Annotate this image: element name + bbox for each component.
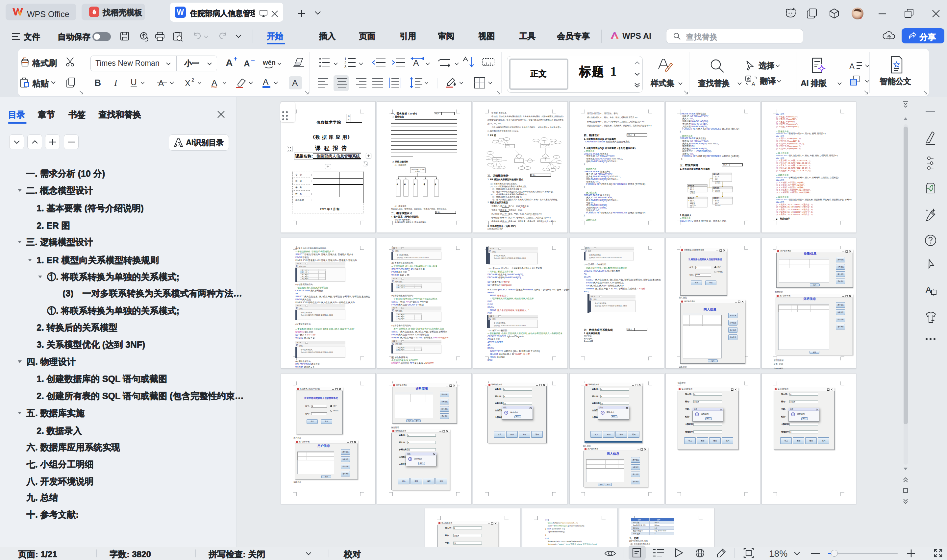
svg-text:病房名称: 病房名称 bbox=[690, 201, 695, 203]
svg-text:管理员 ID: 管理员 ID bbox=[715, 205, 721, 206]
svg-text:理系统: 理系统 bbox=[415, 170, 420, 172]
svg-text:A: A bbox=[413, 58, 419, 68]
svg-text:⚷: ⚷ bbox=[688, 187, 689, 189]
svg-text:诊断 ID: 诊断 ID bbox=[690, 206, 694, 208]
svg-text:密码: 密码 bbox=[715, 203, 718, 205]
svg-text:病房信息: 病房信息 bbox=[713, 187, 720, 189]
svg-text:1: 1 bbox=[344, 57, 346, 61]
svg-text:普通用户: 普通用户 bbox=[713, 197, 720, 199]
svg-text:诊断 ID: 诊断 ID bbox=[690, 187, 694, 189]
svg-text:管理员 ID: 管理员 ID bbox=[715, 182, 721, 184]
svg-text:用户名: 用户名 bbox=[715, 201, 719, 203]
svg-text:3: 3 bbox=[344, 65, 346, 68]
svg-text:病房责任护: 病房责任护 bbox=[690, 205, 696, 206]
svg-text:用户 ID: 用户 ID bbox=[715, 200, 719, 201]
svg-text:A: A bbox=[849, 62, 855, 71]
svg-text:病人 ID: 病人 ID bbox=[690, 189, 694, 191]
svg-text:病人 ID: 病人 ID bbox=[715, 175, 719, 177]
svg-text:⚷: ⚷ bbox=[713, 189, 714, 191]
svg-text:入院时间: 入院时间 bbox=[715, 180, 720, 182]
svg-text:普通用户信息: 普通用户信息 bbox=[423, 183, 425, 185]
svg-text:⚷: ⚷ bbox=[688, 200, 689, 201]
svg-text:诊断信息: 诊断信息 bbox=[404, 183, 406, 185]
svg-text:主治医生: 主治医生 bbox=[690, 192, 695, 194]
svg-text:病房数量: 病房数量 bbox=[690, 203, 695, 205]
svg-text:⚷: ⚷ bbox=[713, 200, 714, 201]
svg-text:⚷: ⚷ bbox=[713, 175, 714, 177]
svg-text:诊断结果: 诊断结果 bbox=[690, 191, 695, 192]
svg-text:A: A bbox=[925, 285, 932, 295]
svg-text:病房 ID: 病房 ID bbox=[690, 200, 694, 201]
svg-text:A: A bbox=[263, 77, 269, 87]
svg-text:A: A bbox=[751, 81, 755, 86]
svg-text:wén: wén bbox=[262, 59, 276, 66]
svg-text:病房信息: 病房信息 bbox=[413, 183, 416, 185]
svg-text:病房信息: 病房信息 bbox=[688, 197, 694, 199]
svg-text:2: 2 bbox=[344, 61, 346, 65]
svg-text:病人信息: 病人信息 bbox=[396, 183, 398, 185]
svg-text:姓名: 姓名 bbox=[715, 177, 718, 179]
svg-text:年龄: 年龄 bbox=[715, 179, 718, 180]
svg-text:病房电话: 病房电话 bbox=[715, 191, 720, 193]
svg-text:病房名称: 病房名称 bbox=[715, 189, 720, 191]
svg-text:管理员信息: 管理员信息 bbox=[434, 183, 436, 185]
svg-text:A: A bbox=[211, 78, 217, 88]
